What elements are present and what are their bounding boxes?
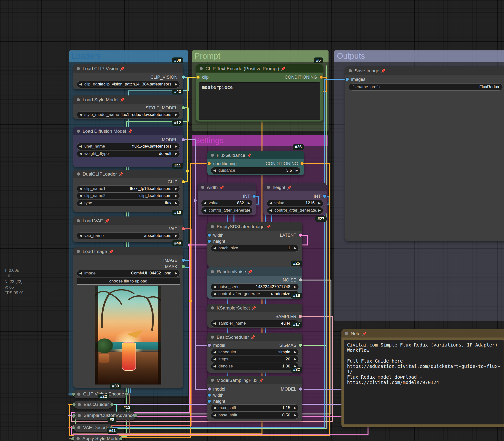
collapse-dot-icon[interactable] bbox=[78, 403, 81, 406]
widget-value[interactable]: value832 bbox=[201, 200, 252, 207]
widget-weight-dtype[interactable]: weight_dtypedefault bbox=[77, 150, 180, 157]
collapse-dot-icon[interactable] bbox=[200, 67, 203, 70]
widget-vae-name[interactable]: vae_nameae.safetensors bbox=[77, 232, 180, 239]
node-load-clip-vision[interactable]: #38 Load CLIP Vision CLIP_VISION clip_na… bbox=[73, 64, 183, 89]
collapse-dot-icon[interactable] bbox=[77, 426, 80, 429]
node-ksampler-select[interactable]: #17 KSamplerSelect SAMPLER sampler_namee… bbox=[207, 304, 302, 328]
input-width[interactable]: width bbox=[213, 392, 223, 398]
output-sigmas[interactable]: SIGMAS bbox=[279, 342, 296, 348]
output-style-model[interactable]: STYLE_MODEL bbox=[146, 105, 177, 111]
collapse-dot-icon[interactable] bbox=[211, 225, 214, 228]
output-latent[interactable]: LATENT bbox=[280, 232, 296, 238]
collapsed-input-dot[interactable] bbox=[72, 403, 76, 406]
node-note[interactable]: Note Civitai.com Simple Flux Redux (vari… bbox=[341, 329, 504, 427]
collapse-dot-icon[interactable] bbox=[77, 67, 80, 70]
collapsed-output-dot[interactable] bbox=[110, 403, 114, 406]
collapsed-input-dot[interactable] bbox=[72, 393, 75, 396]
node-load-style-model[interactable]: #42 Load Style Model STYLE_MODEL style_m… bbox=[73, 95, 183, 119]
output-sampler[interactable]: SAMPLER bbox=[275, 313, 296, 320]
input-images[interactable]: images bbox=[351, 76, 365, 82]
input-width[interactable]: width bbox=[213, 232, 223, 238]
output-clip[interactable]: CLIP bbox=[168, 179, 177, 185]
node-flux-guidance[interactable]: #26 FluxGuidance conditioning CONDITIONI… bbox=[207, 151, 304, 175]
widget-type[interactable]: typeflux bbox=[77, 200, 180, 207]
output-model[interactable]: MODEL bbox=[281, 386, 296, 392]
node-apply-style-model[interactable]: #41 Apply Style Model bbox=[73, 435, 121, 441]
input-model[interactable]: model bbox=[213, 342, 225, 348]
widget-style-model-name[interactable]: style_model_nameflux1-redux-dev.safetens… bbox=[77, 111, 180, 118]
output-model[interactable]: MODEL bbox=[162, 137, 177, 143]
node-clip-text-encode[interactable]: #6 CLIP Text Encode (Positive Prompt) cl… bbox=[196, 64, 323, 122]
output-int[interactable]: INT bbox=[314, 193, 321, 199]
node-vae-decode[interactable]: #8 VAE Decode bbox=[73, 424, 112, 432]
collapse-dot-icon[interactable] bbox=[77, 173, 80, 175]
collapse-dot-icon[interactable] bbox=[345, 332, 348, 335]
output-conditioning[interactable]: CONDITIONING bbox=[285, 74, 317, 80]
node-basic-guider[interactable]: #22 BasicGuider bbox=[74, 401, 112, 409]
input-model[interactable]: model bbox=[213, 386, 225, 392]
widget-control-after-generate[interactable]: control_after_generate. bbox=[201, 207, 252, 214]
input-conditioning[interactable]: conditioning bbox=[213, 160, 237, 167]
widget-clip-name2[interactable]: clip_name2clip_l.safetensors bbox=[77, 192, 180, 199]
widget-denoise[interactable]: denoise1.00 bbox=[211, 363, 299, 370]
node-basic-scheduler[interactable]: #30 BasicScheduler model SIGMAS schedule… bbox=[207, 333, 302, 373]
widget-value[interactable]: value1216 bbox=[267, 200, 323, 207]
collapsed-output-dot[interactable] bbox=[125, 393, 128, 396]
widget-filename-prefix[interactable]: filename_prefixFluxRedux bbox=[349, 83, 503, 91]
node-dual-clip-loader[interactable]: #11 DualCLIPLoader CLIP clip_name1t5xxl_… bbox=[73, 170, 183, 212]
input-height[interactable]: height bbox=[213, 398, 225, 405]
collapse-dot-icon[interactable] bbox=[211, 154, 214, 157]
collapsed-input-dot[interactable] bbox=[72, 414, 76, 417]
output-clip-vision[interactable]: CLIP_VISION bbox=[150, 74, 177, 80]
note-textarea[interactable]: Civitai.com Simple Flux Redux (variation… bbox=[344, 340, 504, 425]
collapse-dot-icon[interactable] bbox=[349, 69, 352, 72]
comfyui-canvas[interactable]: Loaders Prompt Settings Outputs bbox=[0, 0, 504, 441]
collapse-dot-icon[interactable] bbox=[77, 393, 80, 396]
widget-image[interactable]: imageComfyUI_04452_.png bbox=[77, 270, 180, 277]
collapse-dot-icon[interactable] bbox=[211, 379, 214, 382]
widget-control-after-generate[interactable]: control_after_generaterandomize bbox=[211, 290, 299, 298]
collapse-dot-icon[interactable] bbox=[77, 98, 80, 101]
node-model-sampling-flux[interactable]: ModelSamplingFlux model MODEL width heig… bbox=[207, 376, 302, 421]
output-noise[interactable]: NOISE bbox=[283, 277, 296, 283]
widget-max-shift[interactable]: max_shift1.15 bbox=[211, 405, 299, 411]
widget-scheduler[interactable]: schedulersimple bbox=[211, 349, 299, 356]
node-load-vae[interactable]: #10 Load VAE VAE vae_nameae.safetensors bbox=[73, 217, 183, 242]
collapse-dot-icon[interactable] bbox=[201, 186, 204, 189]
output-int[interactable]: INT bbox=[243, 193, 250, 199]
prompt-textarea[interactable]: masterpiece bbox=[199, 82, 320, 120]
widget-clip-name1[interactable]: clip_name1t5xxl_fp16.safetensors bbox=[77, 185, 180, 192]
node-save-image[interactable]: Save Image images filename_prefixFluxRed… bbox=[345, 66, 504, 241]
output-mask[interactable]: MASK bbox=[165, 264, 177, 270]
collapsed-output-dot[interactable] bbox=[119, 437, 122, 440]
widget-control-after-generate[interactable]: control_after_generate. bbox=[267, 207, 323, 214]
node-random-noise[interactable]: #16 RandomNoise NOISE noise_seed14322442… bbox=[207, 267, 302, 299]
collapse-dot-icon[interactable] bbox=[77, 437, 80, 440]
collapse-dot-icon[interactable] bbox=[211, 306, 214, 310]
node-sampler-custom-advance[interactable]: #13 SamplerCustomAdvance bbox=[74, 411, 135, 420]
input-clip[interactable]: clip bbox=[202, 74, 209, 80]
collapsed-input-dot[interactable] bbox=[72, 426, 75, 429]
collapse-dot-icon[interactable] bbox=[267, 186, 270, 189]
collapse-dot-icon[interactable] bbox=[77, 250, 80, 253]
node-load-diffusion-model[interactable]: #12 Load Diffusion Model MODEL unet_name… bbox=[73, 127, 183, 167]
collapsed-input-dot[interactable] bbox=[71, 437, 74, 440]
collapse-dot-icon[interactable] bbox=[77, 129, 80, 133]
choose-file-button[interactable]: choose file to upload bbox=[77, 278, 180, 285]
collapse-dot-icon[interactable] bbox=[77, 219, 80, 222]
widget-noise-seed[interactable]: noise_seed143224427071748 bbox=[211, 284, 299, 290]
node-empty-sd3-latent[interactable]: #25 EmptySD3LatentImage width LATENT hei… bbox=[207, 222, 302, 267]
node-width[interactable]: width INT value832 control_after_generat… bbox=[198, 183, 256, 215]
collapse-dot-icon[interactable] bbox=[78, 414, 81, 417]
widget-sampler-name[interactable]: sampler_nameeuler bbox=[211, 320, 299, 327]
output-image[interactable]: IMAGE bbox=[163, 257, 177, 264]
widget-batch-size[interactable]: batch_size1 bbox=[211, 245, 299, 252]
widget-clip-name[interactable]: clip_namesigclip_vision_patch14_384.safe… bbox=[77, 81, 180, 88]
collapsed-output-dot[interactable] bbox=[134, 414, 137, 417]
output-vae[interactable]: VAE bbox=[169, 226, 177, 232]
widget-unet-name[interactable]: unet_nameflux1-dev.safetensors bbox=[77, 143, 180, 150]
node-titlebar[interactable] bbox=[198, 183, 256, 191]
widget-steps[interactable]: steps20 bbox=[211, 356, 299, 363]
node-load-image[interactable]: #40 Load Image IMAGE MASK imageComfyUI_0… bbox=[73, 247, 183, 388]
collapse-dot-icon[interactable] bbox=[211, 270, 214, 273]
